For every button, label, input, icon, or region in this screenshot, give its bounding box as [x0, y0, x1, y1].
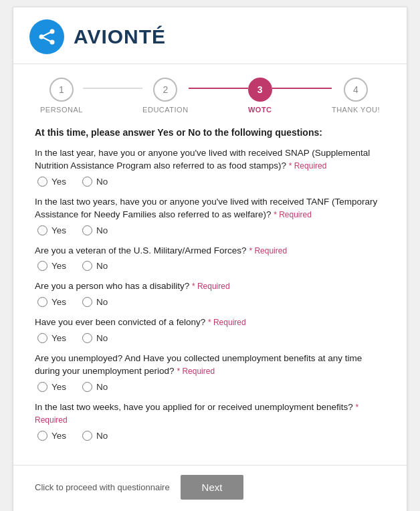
- intro-text: At this time, please answer Yes or No to…: [35, 127, 385, 138]
- question-3-yes-label[interactable]: Yes: [37, 261, 66, 271]
- form-content: At this time, please answer Yes or No to…: [13, 120, 407, 461]
- question-7-block: In the last two weeks, have you applied …: [35, 401, 385, 441]
- header: AVIONTÉ: [13, 7, 407, 64]
- question-6-yes-radio[interactable]: [37, 382, 47, 392]
- question-7-yes-label[interactable]: Yes: [37, 431, 66, 441]
- question-2-no-radio[interactable]: [82, 225, 92, 235]
- question-6-text: Are you unemployed? And Have you collect…: [35, 352, 385, 378]
- stepper: 1 PERSONAL 2 EDUCATION 3 WOTC: [13, 64, 407, 120]
- step-2-label: EDUCATION: [142, 106, 188, 114]
- step-3: 3 WOTC: [248, 78, 272, 114]
- svg-line-3: [41, 31, 52, 37]
- question-3-text: Are you a veteran of the U.S. Military/A…: [35, 245, 385, 258]
- question-7-radios: Yes No: [37, 431, 385, 441]
- question-3-radios: Yes No: [37, 261, 385, 271]
- next-button[interactable]: Next: [181, 475, 244, 500]
- question-5-yes-label[interactable]: Yes: [37, 333, 66, 343]
- question-4-block: Are you a person who has a disability? *…: [35, 280, 385, 307]
- question-1-radios: Yes No: [37, 177, 385, 187]
- step-1-circle: 1: [49, 78, 74, 102]
- question-1-yes-radio[interactable]: [37, 177, 47, 187]
- question-5-block: Have you ever been convicted of a felony…: [35, 316, 385, 343]
- question-3-required: * Required: [249, 246, 287, 256]
- step-2-circle: 2: [153, 78, 177, 102]
- question-6-block: Are you unemployed? And Have you collect…: [35, 352, 385, 392]
- question-4-yes-radio[interactable]: [37, 297, 47, 307]
- brand-name: AVIONTÉ: [74, 25, 166, 48]
- step-1: 1 PERSONAL: [40, 78, 83, 114]
- question-6-yes-label[interactable]: Yes: [37, 382, 66, 392]
- question-5-no-radio[interactable]: [82, 333, 92, 343]
- question-4-no-label[interactable]: No: [82, 297, 108, 307]
- step-1-label: PERSONAL: [40, 106, 83, 114]
- question-7-yes-radio[interactable]: [37, 431, 47, 441]
- question-4-required: * Required: [192, 282, 230, 291]
- question-6-required: * Required: [177, 367, 215, 376]
- proceed-label: Click to proceed with questionnaire: [35, 482, 170, 492]
- stepper-track: 1 PERSONAL 2 EDUCATION 3 WOTC: [40, 78, 380, 114]
- question-2-required: * Required: [274, 210, 312, 219]
- question-1-text: In the last year, have you or anyone you…: [35, 147, 385, 173]
- step-3-label: WOTC: [248, 106, 272, 114]
- connector-3-4: [272, 88, 332, 89]
- step-2: 2 EDUCATION: [142, 78, 188, 114]
- question-3-no-radio[interactable]: [82, 261, 92, 271]
- question-6-no-radio[interactable]: [82, 382, 92, 392]
- page-container: AVIONTÉ 1 PERSONAL 2 EDUCATION: [13, 7, 407, 511]
- logo-circle: [29, 19, 64, 54]
- question-5-radios: Yes No: [37, 333, 385, 343]
- question-7-no-label[interactable]: No: [82, 431, 108, 441]
- question-4-radios: Yes No: [37, 297, 385, 307]
- question-6-radios: Yes No: [37, 382, 385, 392]
- question-2-yes-radio[interactable]: [37, 225, 47, 235]
- question-5-no-label[interactable]: No: [82, 333, 108, 343]
- question-1-no-radio[interactable]: [82, 177, 92, 187]
- question-4-no-radio[interactable]: [82, 297, 92, 307]
- question-5-text: Have you ever been convicted of a felony…: [35, 316, 385, 329]
- question-5-yes-radio[interactable]: [37, 333, 47, 343]
- step-4-label: THANK YOU!: [332, 106, 380, 114]
- question-1-block: In the last year, have you or anyone you…: [35, 147, 385, 187]
- question-7-no-radio[interactable]: [82, 431, 92, 441]
- question-1-required: * Required: [289, 161, 327, 171]
- step-4: 4 THANK YOU!: [332, 78, 380, 114]
- svg-line-4: [41, 37, 52, 42]
- question-3-yes-radio[interactable]: [37, 261, 47, 271]
- step-3-circle: 3: [248, 78, 272, 102]
- step-4-circle: 4: [344, 78, 368, 102]
- question-2-block: In the last two years, have you or anyon…: [35, 196, 385, 235]
- logo-icon: [36, 26, 58, 47]
- question-3-block: Are you a veteran of the U.S. Military/A…: [35, 245, 385, 272]
- question-4-yes-label[interactable]: Yes: [37, 297, 66, 307]
- question-3-no-label[interactable]: No: [82, 261, 108, 271]
- question-1-yes-label[interactable]: Yes: [37, 177, 66, 187]
- question-4-text: Are you a person who has a disability? *…: [35, 280, 385, 293]
- question-2-no-label[interactable]: No: [82, 225, 108, 235]
- question-5-required: * Required: [208, 318, 246, 327]
- question-7-text: In the last two weeks, have you applied …: [35, 401, 385, 427]
- connector-1-2: [83, 88, 142, 89]
- question-1-no-label[interactable]: No: [82, 177, 108, 187]
- question-2-text: In the last two years, have you or anyon…: [35, 196, 385, 221]
- form-footer: Click to proceed with questionnaire Next: [13, 465, 407, 511]
- question-2-yes-label[interactable]: Yes: [37, 225, 66, 235]
- connector-2-3: [189, 88, 248, 89]
- question-6-no-label[interactable]: No: [82, 382, 108, 392]
- question-2-radios: Yes No: [37, 225, 385, 235]
